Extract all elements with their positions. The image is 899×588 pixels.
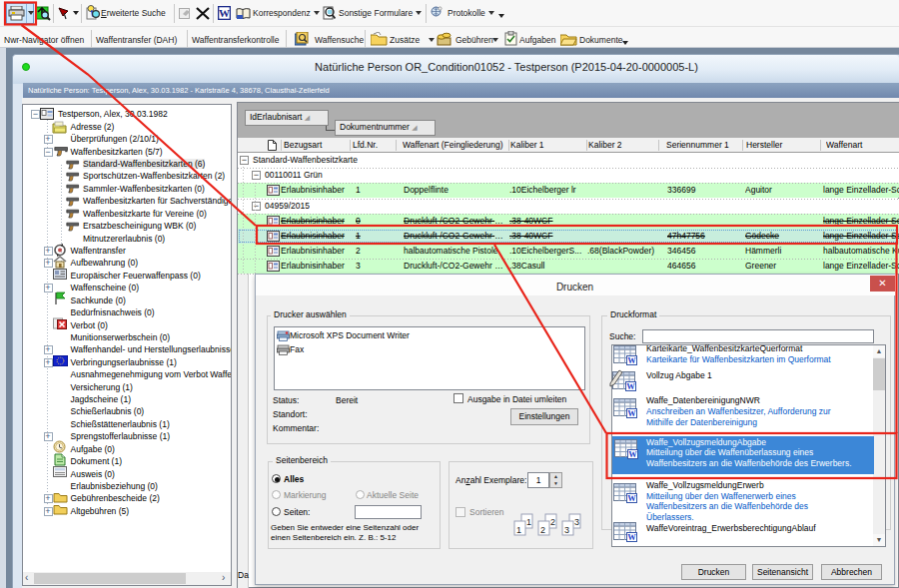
svg-text:3: 3	[574, 517, 579, 527]
svg-text:2: 2	[550, 517, 555, 527]
svg-text:W: W	[219, 7, 230, 19]
svg-text:1: 1	[526, 517, 531, 527]
svg-text:1: 1	[516, 525, 521, 535]
svg-text:3: 3	[564, 525, 569, 535]
svg-text:2: 2	[540, 525, 545, 535]
